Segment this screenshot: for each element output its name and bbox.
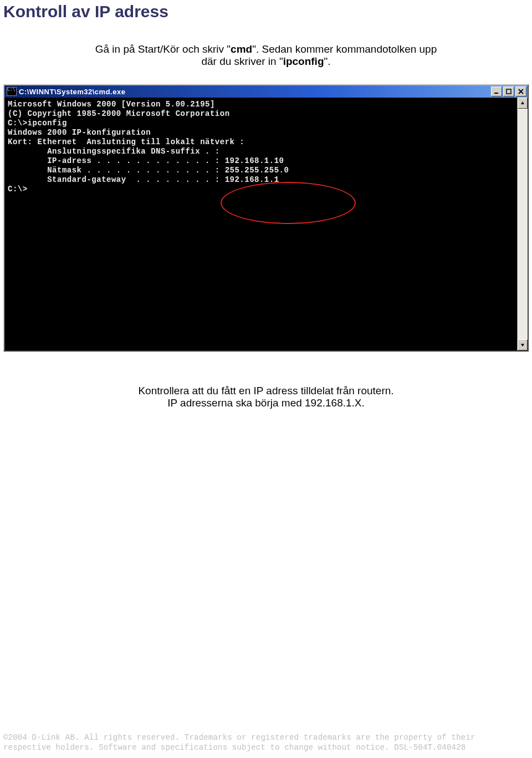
- scroll-track[interactable]: [518, 109, 528, 339]
- cmd-line: (C) Copyright 1985-2000 Microsoft Corpor…: [8, 109, 528, 119]
- instruction-line2-bold: ipconfig: [283, 55, 324, 67]
- cmd-line: C:\>ipconfig: [8, 119, 528, 128]
- cmd-line: Standard-gateway . . . . . . . . : 192.1…: [8, 175, 528, 185]
- instruction-line2-pre: där du skriver in ": [201, 55, 283, 67]
- cmd-line: Microsoft Windows 2000 [Version 5.00.219…: [8, 100, 528, 109]
- titlebar: C:\ C:\WINNT\System32\cmd.exe: [4, 85, 528, 98]
- cmd-line: Kort: Ethernet Anslutning till lokalt nä…: [8, 138, 528, 147]
- window-title: C:\WINNT\System32\cmd.exe: [19, 88, 491, 96]
- maximize-button[interactable]: [503, 87, 514, 96]
- cmd-line: IP-adress . . . . . . . . . . . . : 192.…: [8, 156, 528, 166]
- footer-line2: respective holders. Software and specifi…: [3, 743, 466, 752]
- cmd-window: C:\ C:\WINNT\System32\cmd.exe Microsoft …: [3, 84, 529, 352]
- mid-line2: IP adresserna ska börja med 192.168.1.X.: [167, 397, 365, 409]
- instruction-line1-pre: Gå in på Start/Kör och skriv ": [95, 43, 231, 55]
- instruction-line1-bold: cmd: [231, 43, 252, 55]
- instruction-line1-post: ". Sedan kommer kommandotolken upp: [252, 43, 437, 55]
- cmd-icon: C:\: [7, 87, 17, 96]
- cmd-body[interactable]: Microsoft Windows 2000 [Version 5.00.219…: [4, 98, 528, 350]
- mid-line1: Kontrollera att du fått en IP adress til…: [138, 385, 393, 396]
- cmd-line: Anslutningsspecifika DNS-suffix . :: [8, 147, 528, 156]
- footer-text: ©2004 D-Link AB. All rights reserved. Tr…: [3, 732, 475, 752]
- instruction-line2-post: ".: [324, 55, 331, 67]
- close-button[interactable]: [515, 87, 526, 96]
- cmd-line: Nätmask . . . . . . . . . . . . . : 255.…: [8, 166, 528, 175]
- page-title: Kontroll av IP adress: [3, 2, 532, 21]
- scroll-up-button[interactable]: [518, 98, 528, 109]
- scroll-down-button[interactable]: [518, 339, 528, 350]
- instruction-text: Gå in på Start/Kör och skriv "cmd". Seda…: [0, 43, 532, 68]
- minimize-button[interactable]: [491, 87, 502, 96]
- scrollbar-vertical[interactable]: [517, 98, 528, 350]
- svg-rect-1: [507, 89, 511, 94]
- verification-text: Kontrollera att du fått en IP adress til…: [0, 385, 532, 409]
- svg-rect-0: [494, 93, 498, 94]
- footer-line1: ©2004 D-Link AB. All rights reserved. Tr…: [3, 733, 475, 742]
- cmd-line: Windows 2000 IP-konfiguration: [8, 128, 528, 138]
- cmd-line: C:\>: [8, 185, 528, 194]
